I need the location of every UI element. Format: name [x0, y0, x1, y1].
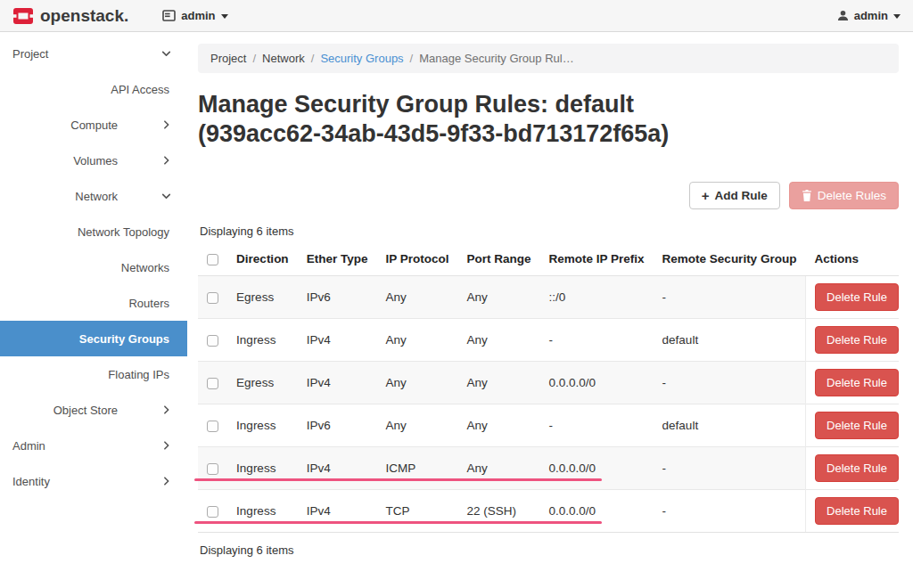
cell-actions: Delete Rule: [806, 361, 899, 404]
chevron-down-icon: [893, 14, 901, 19]
table-header-row: DirectionEther TypeIP ProtocolPort Range…: [198, 246, 899, 276]
row-checkbox[interactable]: [207, 421, 218, 432]
row-select-cell: [198, 318, 227, 361]
select-all-checkbox[interactable]: [207, 254, 218, 265]
cell-port-range: Any: [457, 446, 539, 489]
cell-ether-type: IPv6: [298, 404, 377, 446]
cell-port-range: Any: [457, 361, 539, 404]
sidebar-item-label: Compute: [12, 118, 118, 132]
column-header-remote-ip-prefix: Remote IP Prefix: [540, 246, 654, 276]
breadcrumb-item-project: Project: [210, 52, 246, 65]
sidebar-item-admin[interactable]: Admin: [0, 428, 187, 463]
sidebar-item-network[interactable]: Network: [0, 178, 187, 214]
cell-remote-security-group: -: [654, 446, 806, 489]
plus-icon: +: [702, 189, 710, 202]
cell-remote-ip-prefix: 0.0.0.0/0: [540, 361, 654, 404]
rules-table-wrap: DirectionEther TypeIP ProtocolPort Range…: [198, 246, 899, 533]
sidebar-item-label: Network: [12, 190, 118, 203]
sidebar-item-network-topology[interactable]: Network Topology: [0, 214, 187, 249]
project-switcher[interactable]: admin: [162, 9, 227, 22]
cell-actions: Delete Rule: [806, 318, 899, 361]
sidebar-item-floating-ips[interactable]: Floating IPs: [0, 356, 187, 392]
cell-remote-ip-prefix: 0.0.0.0/0: [540, 446, 654, 489]
openstack-logo-icon: [12, 7, 34, 25]
breadcrumb: Project/Network/Security Groups/Manage S…: [198, 44, 899, 73]
cell-port-range: Any: [457, 404, 539, 446]
trash-icon: [802, 190, 812, 201]
table-row: IngressIPv6AnyAny-defaultDelete Rule: [198, 404, 899, 446]
add-rule-button[interactable]: + Add Rule: [689, 182, 780, 209]
table-row: IngressIPv4ICMPAny0.0.0.0/0-Delete Rule: [198, 446, 899, 489]
column-header-ether-type: Ether Type: [298, 246, 377, 276]
sidebar-item-project[interactable]: Project: [0, 36, 187, 71]
project-switcher-label: admin: [181, 9, 215, 22]
cell-port-range: Any: [457, 318, 539, 361]
chevron-down-icon: [160, 191, 172, 202]
cell-actions: Delete Rule: [806, 489, 899, 532]
chevron-right-icon: [160, 404, 172, 416]
project-panel-icon: [162, 10, 176, 21]
cell-ip-protocol: TCP: [376, 489, 457, 532]
sidebar-item-api-access[interactable]: API Access: [0, 71, 187, 107]
delete-rule-button[interactable]: Delete Rule: [815, 283, 899, 311]
cell-remote-security-group: -: [654, 361, 806, 404]
cell-remote-security-group: -: [654, 489, 806, 532]
delete-rule-button[interactable]: Delete Rule: [815, 412, 899, 439]
column-header-direction: Direction: [227, 246, 298, 276]
delete-rule-button[interactable]: Delete Rule: [815, 497, 899, 525]
sidebar-item-identity[interactable]: Identity: [0, 463, 187, 499]
delete-rule-button[interactable]: Delete Rule: [815, 326, 899, 354]
breadcrumb-item-security-groups[interactable]: Security Groups: [320, 52, 403, 65]
cell-ip-protocol: Any: [376, 361, 457, 404]
chevron-down-icon: [221, 14, 228, 19]
cell-actions: Delete Rule: [806, 275, 899, 318]
delete-rule-button[interactable]: Delete Rule: [815, 454, 899, 482]
cell-ether-type: IPv4: [298, 489, 377, 532]
breadcrumb-separator: /: [410, 52, 414, 65]
row-checkbox[interactable]: [207, 378, 218, 389]
table-body: EgressIPv6AnyAny::/0-Delete RuleIngressI…: [198, 275, 899, 532]
delete-rule-button[interactable]: Delete Rule: [815, 369, 899, 396]
rules-table: DirectionEther TypeIP ProtocolPort Range…: [198, 246, 899, 533]
delete-rules-button[interactable]: Delete Rules: [789, 182, 899, 209]
cell-actions: Delete Rule: [806, 446, 899, 489]
column-header-remote-security-group: Remote Security Group: [654, 246, 806, 276]
cell-remote-ip-prefix: -: [540, 404, 654, 446]
table-row: EgressIPv6AnyAny::/0-Delete Rule: [198, 275, 899, 318]
sidebar: ProjectAPI AccessComputeVolumesNetworkNe…: [0, 32, 187, 588]
cell-remote-ip-prefix: -: [540, 318, 654, 361]
top-bar: openstack. admin admin: [0, 0, 913, 32]
user-menu[interactable]: admin: [837, 9, 901, 22]
sidebar-item-security-groups[interactable]: Security Groups: [0, 321, 187, 356]
cell-direction: Egress: [227, 361, 298, 404]
breadcrumb-item-network: Network: [262, 52, 305, 65]
row-checkbox[interactable]: [207, 335, 218, 347]
sidebar-item-networks[interactable]: Networks: [0, 249, 187, 285]
sidebar-item-label: Floating IPs: [12, 368, 169, 381]
chevron-right-icon: [160, 119, 172, 131]
sidebar-item-label: Object Store: [12, 404, 118, 417]
row-checkbox[interactable]: [207, 463, 218, 475]
cell-direction: Ingress: [227, 446, 298, 489]
sidebar-item-label: Project: [12, 47, 48, 61]
column-header-port-range: Port Range: [457, 246, 539, 276]
row-select-cell: [198, 446, 227, 489]
cell-remote-ip-prefix: 0.0.0.0/0: [540, 489, 654, 532]
cell-port-range: Any: [457, 275, 539, 318]
cell-ether-type: IPv6: [298, 275, 377, 318]
cell-direction: Ingress: [227, 404, 298, 446]
sidebar-item-compute[interactable]: Compute: [0, 107, 187, 143]
toolbar: + Add Rule Delete Rules: [198, 182, 899, 209]
chevron-right-icon: [160, 155, 172, 167]
cell-remote-ip-prefix: ::/0: [540, 275, 654, 318]
row-checkbox[interactable]: [207, 292, 218, 304]
cell-remote-security-group: default: [654, 404, 806, 446]
row-checkbox[interactable]: [207, 506, 218, 518]
sidebar-item-volumes[interactable]: Volumes: [0, 143, 187, 178]
sidebar-item-routers[interactable]: Routers: [0, 285, 187, 321]
sidebar-item-object-store[interactable]: Object Store: [0, 392, 187, 428]
row-select-cell: [198, 275, 227, 318]
cell-ip-protocol: ICMP: [376, 446, 457, 489]
delete-rules-label: Delete Rules: [818, 189, 886, 202]
column-header-actions: Actions: [806, 246, 899, 276]
